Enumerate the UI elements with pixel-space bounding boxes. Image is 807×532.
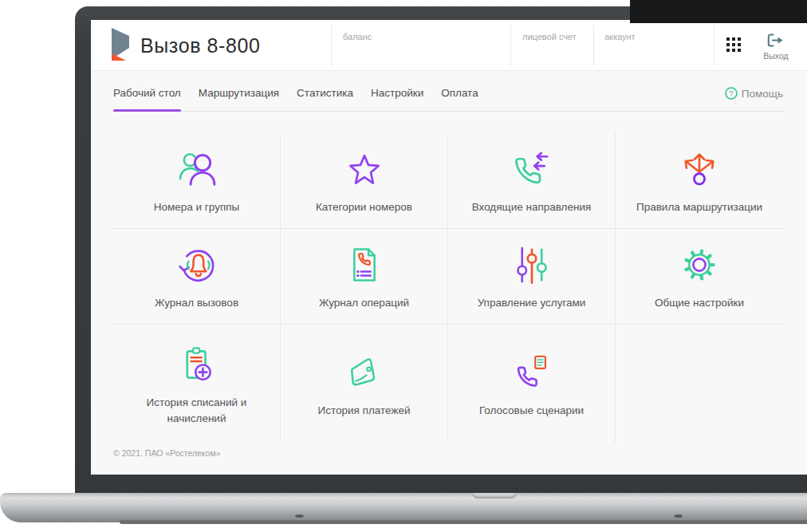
gear-icon [678, 242, 721, 288]
star-icon [343, 146, 386, 192]
logout-button[interactable]: Выход [754, 33, 797, 61]
header-divider [510, 25, 511, 66]
tile-label: История платежей [318, 403, 411, 419]
svg-text:?: ? [729, 89, 733, 97]
main-tabs: Рабочий стол Маршрутизация Статистика На… [113, 71, 783, 112]
help-label: Помощь [742, 88, 783, 100]
tab-routing[interactable]: Маршрутизация [199, 87, 279, 110]
header-divider [593, 25, 594, 66]
tile-label: Журнал операций [319, 295, 409, 311]
bezel-top-right-patch [630, 0, 807, 23]
tile-charges-history[interactable]: История списаний и начислений [113, 325, 281, 443]
help-link[interactable]: ? Помощь [725, 87, 783, 111]
page-body: Рабочий стол Маршрутизация Статистика На… [91, 71, 807, 458]
apps-grid-icon[interactable] [726, 37, 741, 52]
tab-payment[interactable]: Оплата [441, 87, 478, 110]
tab-settings[interactable]: Настройки [371, 87, 423, 110]
tile-label: Общие настройки [655, 295, 744, 311]
footer-copyright: © 2021. ПАО «Ростелеком» [113, 448, 783, 458]
header-field-account[interactable]: аккаунт [604, 32, 636, 41]
tile-general-settings[interactable]: Общие настройки [616, 229, 783, 325]
call-log-bell-icon [174, 242, 220, 288]
tile-label: Категории номеров [316, 199, 412, 215]
tile-operations-log[interactable]: Журнал операций [281, 229, 448, 325]
tiles-grid: Номера и группы Категории номеров [113, 133, 783, 443]
tile-label: Управление услугами [478, 295, 586, 311]
laptop-base-notch [472, 493, 517, 499]
tile-number-categories[interactable]: Категории номеров [281, 133, 448, 229]
grid-empty-cell [616, 325, 783, 443]
laptop-foot [674, 514, 683, 518]
tile-service-management[interactable]: Управление услугами [448, 229, 616, 325]
routing-arrows-icon [677, 146, 722, 192]
header-divider [714, 25, 714, 66]
tile-payments-history[interactable]: История платежей [281, 325, 448, 443]
tile-call-log[interactable]: Журнал вызовов [113, 229, 281, 325]
tile-label: История списаний и начислений [121, 395, 273, 426]
app-screen: Вызов 8-800 баланс лицевой счет аккаунт … [91, 20, 807, 475]
tile-label: Журнал вызовов [155, 295, 238, 311]
voice-script-phone-icon [510, 349, 553, 396]
header-field-personal-account[interactable]: лицевой счет [522, 32, 577, 41]
wallet-icon [343, 349, 386, 396]
tile-routing-rules[interactable]: Правила маршрутизации [616, 133, 783, 229]
users-icon [175, 146, 219, 192]
laptop-base-shadow [120, 520, 807, 524]
sliders-icon [510, 242, 554, 288]
tile-label: Входящие направления [472, 199, 592, 215]
header-field-balance[interactable]: баланс [343, 32, 372, 41]
header-divider [331, 25, 332, 66]
app-title: Вызов 8-800 [140, 33, 261, 57]
tab-statistics[interactable]: Статистика [297, 87, 353, 110]
tile-label: Правила маршрутизации [636, 199, 762, 215]
logout-label: Выход [754, 51, 797, 61]
help-icon: ? [725, 87, 738, 100]
rostelecom-logo[interactable] [110, 27, 132, 66]
laptop-foot [295, 514, 304, 518]
clipboard-plus-icon [175, 341, 219, 388]
tile-numbers-and-groups[interactable]: Номера и группы [113, 133, 281, 229]
laptop-base [0, 493, 807, 522]
operations-document-icon [343, 242, 386, 288]
incoming-call-icon [510, 146, 554, 192]
tab-workspace[interactable]: Рабочий стол [113, 87, 181, 110]
logout-icon [767, 33, 785, 47]
tile-label: Номера и группы [154, 199, 239, 215]
tile-incoming-directions[interactable]: Входящие направления [448, 133, 616, 229]
app-header: Вызов 8-800 баланс лицевой счет аккаунт … [91, 20, 807, 71]
tile-label: Голосовые сценарии [479, 403, 584, 419]
tile-voice-scenarios[interactable]: Голосовые сценарии [448, 325, 616, 443]
